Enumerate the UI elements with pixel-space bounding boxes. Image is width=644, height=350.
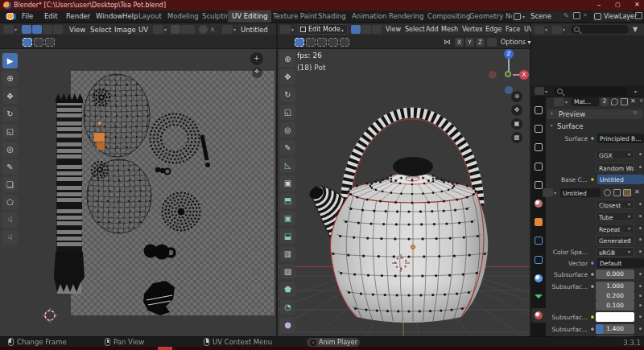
uv-menu-uv[interactable]: UV (138, 26, 148, 34)
uv-menu-view[interactable]: View (69, 26, 85, 34)
viewport-menu-add[interactable]: Add (426, 26, 439, 33)
prop-node-value[interactable]: Untitled (597, 175, 644, 184)
viewport-tool-smooth[interactable]: ● (280, 317, 295, 332)
tab-world[interactable] (531, 196, 546, 211)
tab-render[interactable] (531, 121, 546, 136)
viewport-menu-edge[interactable]: Edge (485, 26, 502, 33)
scene-unlink-icon[interactable]: ✕ (583, 12, 588, 19)
viewport-tool-inset-faces[interactable]: ▣ (280, 211, 295, 226)
uv-tool-select-box[interactable]: ▶ (2, 53, 18, 68)
gizmo-neg-x-axis[interactable] (489, 71, 497, 79)
properties-search-input[interactable] (554, 87, 628, 96)
select-mode-edge-icon[interactable] (361, 25, 371, 34)
close-button[interactable]: ✕ (634, 1, 640, 8)
prop-node-value[interactable]: Principled B... (597, 134, 644, 143)
viewport-tool-loop-cut[interactable]: ▥ (280, 246, 295, 261)
material-name-field[interactable]: Mat... (572, 97, 599, 106)
viewlayer-selector[interactable]: ViewLayer (592, 11, 633, 22)
keyframe-dot[interactable] (639, 250, 642, 253)
uv-canvas[interactable] (0, 49, 276, 336)
select-mode-subtract-icon[interactable] (45, 38, 55, 47)
viewport-editor-type-icon[interactable] (280, 25, 291, 34)
maximize-button[interactable]: ▢ (615, 2, 621, 8)
options-dropdown[interactable]: Options ▾ (501, 39, 530, 46)
uv-tool-transform[interactable]: ◎ (2, 142, 18, 157)
navigation-gizmo[interactable]: ZX (485, 48, 530, 95)
keyframe-dot[interactable] (639, 327, 642, 330)
viewport-menu-face[interactable]: Face (506, 26, 520, 33)
prop-slider[interactable]: 1.400 (596, 324, 634, 334)
anim-player-pill[interactable]: ✕ Anim Player (307, 338, 360, 347)
viewport-tool-rotate[interactable]: ↻ (280, 87, 295, 102)
image-open-icon[interactable] (623, 189, 631, 196)
image-fake-user-icon[interactable] (604, 189, 611, 196)
workspace-tab-uv-editing[interactable]: UV Editing (228, 10, 271, 23)
keyframe-dot[interactable] (639, 238, 642, 241)
uv-select-edge-icon[interactable] (32, 25, 42, 34)
select-mode-face-icon[interactable] (372, 25, 382, 34)
prop-node-value[interactable]: Default (597, 258, 644, 268)
prop-slider[interactable]: 0.200 (596, 291, 634, 301)
prop-slider[interactable]: 0.100 (596, 301, 634, 311)
menu-file[interactable]: File (22, 12, 33, 20)
workspace-tab-modeling[interactable]: Modeling (163, 10, 203, 23)
select-mode-new-icon[interactable] (295, 38, 304, 47)
zoom-in-icon[interactable]: + (250, 52, 263, 65)
select-mode-extend-icon[interactable] (34, 38, 43, 47)
menu-edit[interactable]: Edit (44, 12, 57, 20)
pivot-point-icon[interactable] (153, 25, 163, 34)
material-shield-icon[interactable] (611, 98, 618, 105)
mode-dropdown[interactable]: Edit Mode▾ (298, 24, 348, 35)
keyframe-dot[interactable] (639, 153, 642, 155)
viewport-menu-vertex[interactable]: Vertex (462, 26, 483, 33)
tab-particles[interactable] (531, 253, 546, 267)
uv-editor-type-icon[interactable] (3, 25, 14, 34)
uv-tool-move[interactable]: ✥ (2, 89, 18, 104)
keyframe-dot[interactable] (639, 285, 642, 287)
color-swatch[interactable] (596, 312, 634, 322)
mirror-x-toggle[interactable]: X (455, 38, 464, 47)
keyframe-dot[interactable] (639, 203, 642, 205)
viewport-tool-annotate[interactable]: ✎ (280, 140, 295, 155)
gizmo-x-axis[interactable]: X (519, 70, 529, 80)
tab-tool[interactable] (531, 103, 546, 117)
viewport-menu-select[interactable]: Select (405, 26, 425, 33)
keyframe-dot[interactable] (639, 166, 642, 168)
uv-tool-scale[interactable]: ◱ (2, 124, 18, 139)
properties-options-chevron[interactable]: ▾ (634, 89, 637, 94)
viewport-tool-scale[interactable]: ◱ (280, 105, 295, 120)
tab-object[interactable] (531, 215, 546, 229)
properties-type-icon[interactable] (535, 87, 544, 95)
viewport-tool-measure[interactable]: ◺ (280, 158, 295, 173)
preview-section-header[interactable]: ›Preview≡ (547, 109, 642, 119)
scene-pin-icon[interactable]: ✎ (564, 12, 570, 19)
tab-data[interactable] (531, 290, 546, 304)
snap-magnet-icon[interactable] (171, 25, 180, 34)
viewport-tool-move[interactable]: ✥ (280, 69, 295, 84)
uv-tool-cursor[interactable]: ⊕ (2, 71, 18, 86)
surface-section-header[interactable]: ⌄Surface (547, 121, 642, 131)
keyframe-dot[interactable] (639, 315, 642, 318)
viewport-tool-bevel[interactable]: ⬓ (280, 229, 295, 244)
material-unlink-icon[interactable]: ✕ (630, 97, 636, 105)
tab-modifiers[interactable] (531, 233, 546, 248)
select-mode-invert-icon[interactable] (328, 38, 338, 47)
uv-select-face-icon[interactable] (43, 25, 52, 34)
image-icon[interactable] (543, 188, 553, 197)
camera-view-icon[interactable]: ▣ (511, 118, 522, 130)
pan-hand-icon[interactable]: ✥ (252, 68, 262, 78)
gizmo-z-axis[interactable]: Z (504, 49, 514, 59)
viewport-tool-spin[interactable]: ◔ (280, 299, 295, 315)
image-unlink-icon[interactable]: ✕ (634, 188, 640, 196)
zoom-icon[interactable]: ⊕ (511, 91, 522, 102)
viewlayer-copy-icon[interactable] (635, 12, 642, 19)
image-browse-icon[interactable] (222, 25, 233, 34)
uv-tool-relax[interactable]: ☟ (2, 212, 18, 228)
falloff-curve-icon[interactable]: ∧ (210, 26, 215, 33)
uv-menu-image[interactable]: Image (114, 26, 136, 34)
tab-output[interactable] (531, 140, 546, 154)
prop-slider[interactable]: 0.000 (596, 270, 634, 279)
grid-view-icon[interactable]: ▦ (511, 132, 522, 143)
viewport-tool-cursor[interactable]: ⊕ (280, 51, 295, 67)
keyframe-dot[interactable] (639, 273, 642, 275)
